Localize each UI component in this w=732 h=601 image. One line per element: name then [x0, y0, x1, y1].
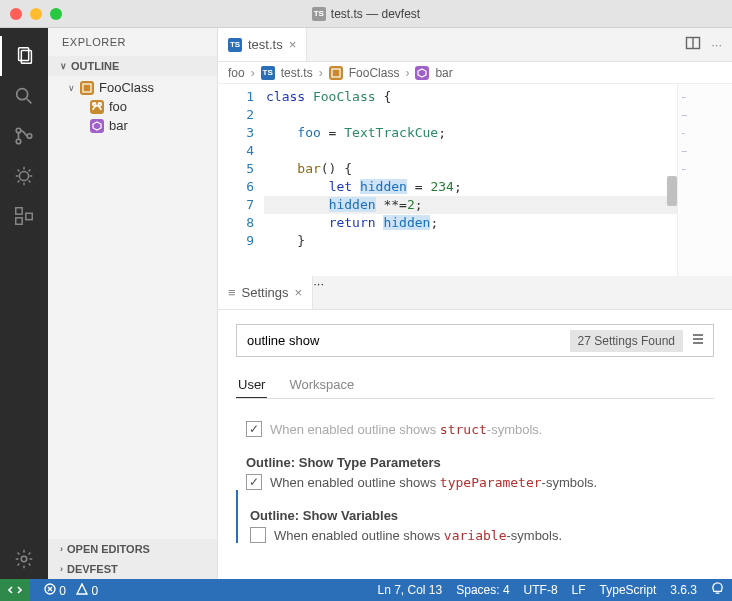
activity-bar [0, 28, 48, 579]
activity-settings-icon[interactable] [0, 539, 48, 579]
settings-search-input[interactable] [237, 325, 570, 356]
setting-description: When enabled outline shows typeParameter… [270, 475, 597, 490]
close-tab-icon[interactable]: × [295, 285, 303, 300]
status-encoding[interactable]: UTF-8 [524, 583, 558, 597]
sidebar-section-folder[interactable]: › DEVFEST [48, 559, 217, 579]
more-actions-icon[interactable]: ··· [313, 276, 324, 291]
status-cursor[interactable]: Ln 7, Col 13 [377, 583, 442, 597]
settings-tab-label: Settings [242, 285, 289, 300]
breadcrumb-item[interactable]: bar [435, 66, 452, 80]
svg-rect-7 [16, 208, 22, 214]
svg-rect-15 [332, 69, 340, 77]
svg-rect-0 [19, 48, 29, 61]
status-spaces[interactable]: Spaces: 4 [456, 583, 509, 597]
settings-toc-icon[interactable] [683, 332, 713, 349]
breadcrumb-item[interactable]: foo [228, 66, 245, 80]
status-warnings[interactable]: 0 [76, 583, 98, 598]
chevron-right-icon: › [251, 66, 255, 80]
window-title-text: test.ts — devfest [331, 7, 420, 21]
setting-item: Outline: Show VariablesWhen enabled outl… [236, 490, 714, 543]
settings-list: When enabled outline shows struct-symbol… [236, 399, 714, 543]
settings-scope-workspace[interactable]: Workspace [287, 371, 356, 398]
outline-item-method[interactable]: foo [48, 97, 217, 116]
chevron-right-icon: › [319, 66, 323, 80]
folder-label: DEVFEST [67, 563, 118, 575]
open-editors-label: OPEN EDITORS [67, 543, 150, 555]
code-content[interactable]: class FooClass { foo = TextTrackCue; bar… [264, 84, 732, 276]
editor-tabs: test.ts × ··· [218, 28, 732, 62]
setting-description: When enabled outline shows struct-symbol… [270, 422, 542, 437]
window-title: test.ts — devfest [0, 7, 732, 21]
activity-explorer-icon[interactable] [0, 36, 48, 76]
svg-rect-8 [16, 218, 22, 224]
status-ts-version[interactable]: 3.6.3 [670, 583, 697, 597]
status-errors[interactable]: 0 [44, 583, 66, 598]
chevron-right-icon: › [60, 564, 63, 574]
editor-area: test.ts × ··· foo › test.ts › FooClass › [218, 28, 732, 579]
settings-scope-user[interactable]: User [236, 371, 267, 398]
svg-point-3 [16, 128, 21, 133]
svg-point-13 [98, 102, 101, 105]
settings-tab[interactable]: ≡ Settings × [218, 276, 313, 309]
setting-checkbox[interactable] [246, 421, 262, 437]
file-type-icon [312, 7, 326, 21]
line-gutter: 123456789 [218, 84, 264, 276]
class-symbol-icon [80, 81, 94, 95]
minimap[interactable]: ▪▪▪▪▪▪▪▪▪▪▪▪▪▪▪▪ [677, 84, 732, 276]
chevron-down-icon: ∨ [68, 83, 75, 93]
editor-tab[interactable]: test.ts × [218, 28, 307, 61]
setting-description: When enabled outline shows variable-symb… [274, 528, 562, 543]
svg-point-6 [19, 171, 28, 180]
outline-item-class[interactable]: ∨FooClass [48, 78, 217, 97]
sidebar-section-outline[interactable]: ∨ OUTLINE [48, 56, 217, 76]
status-language[interactable]: TypeScript [600, 583, 657, 597]
activity-extensions-icon[interactable] [0, 196, 48, 236]
sidebar-section-open-editors[interactable]: › OPEN EDITORS [48, 539, 217, 559]
scrollbar-handle[interactable] [667, 176, 677, 206]
activity-scm-icon[interactable] [0, 116, 48, 156]
outline-item-field[interactable]: bar [48, 116, 217, 135]
sidebar: EXPLORER ∨ OUTLINE ∨FooClassfoobar › OPE… [48, 28, 218, 579]
remote-indicator[interactable] [0, 579, 30, 601]
status-feedback-icon[interactable] [711, 582, 724, 598]
svg-point-5 [27, 134, 32, 139]
breadcrumb-item[interactable]: test.ts [281, 66, 313, 80]
method-symbol-icon [90, 100, 104, 114]
setting-checkbox[interactable] [246, 474, 262, 490]
activity-search-icon[interactable] [0, 76, 48, 116]
settings-scope-tabs: User Workspace [236, 371, 714, 399]
window-titlebar: test.ts — devfest [0, 0, 732, 28]
breadcrumb-item[interactable]: FooClass [349, 66, 400, 80]
sidebar-title: EXPLORER [48, 28, 217, 56]
chevron-right-icon: › [405, 66, 409, 80]
chevron-down-icon: ∨ [60, 61, 67, 71]
file-type-icon [228, 38, 242, 52]
svg-rect-9 [26, 213, 32, 219]
outline-item-label: foo [109, 99, 127, 114]
outline-item-label: FooClass [99, 80, 154, 95]
setting-item: When enabled outline shows struct-symbol… [236, 399, 714, 437]
code-editor[interactable]: 123456789 class FooClass { foo = TextTra… [218, 84, 732, 276]
settings-panel: 27 Settings Found User Workspace When en… [218, 310, 732, 553]
breadcrumb[interactable]: foo › test.ts › FooClass › bar [218, 62, 732, 84]
setting-checkbox[interactable] [250, 527, 266, 543]
svg-point-4 [16, 139, 21, 144]
close-tab-icon[interactable]: × [289, 37, 297, 52]
editor-tab-label: test.ts [248, 37, 283, 52]
svg-point-2 [17, 89, 28, 100]
svg-point-10 [21, 556, 27, 562]
activity-debug-icon[interactable] [0, 156, 48, 196]
more-actions-icon[interactable]: ··· [711, 37, 722, 52]
status-eol[interactable]: LF [572, 583, 586, 597]
split-editor-icon[interactable] [685, 35, 701, 54]
svg-rect-1 [21, 51, 31, 64]
file-type-icon [261, 66, 275, 80]
setting-title: Outline: Show Variables [250, 508, 714, 523]
settings-tab-icon: ≡ [228, 285, 236, 300]
outline-tree: ∨FooClassfoobar [48, 76, 217, 141]
outline-section-label: OUTLINE [71, 60, 119, 72]
outline-item-label: bar [109, 118, 128, 133]
method-symbol-icon [415, 66, 429, 80]
settings-search-row: 27 Settings Found [236, 324, 714, 357]
settings-tabs: ≡ Settings × ··· [218, 276, 732, 310]
